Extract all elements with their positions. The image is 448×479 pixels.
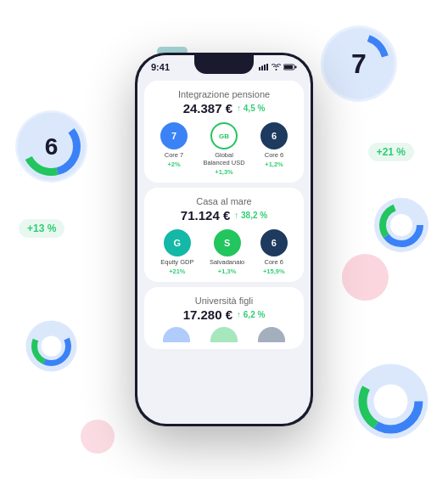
card-1-title: Integrazione pensione	[153, 89, 295, 99]
svg-rect-17	[259, 67, 260, 70]
card-1-amount: 24.387 € 4,5 %	[153, 101, 295, 116]
svg-rect-20	[266, 64, 268, 70]
fund-salvadanaio: S Salvadanaio +1,3%	[210, 229, 244, 275]
circle-7-label: 7	[351, 48, 367, 80]
fund-core6-card1: 6 Core 6 +1,2%	[260, 122, 288, 176]
donut-mid-right	[372, 195, 431, 258]
donut-bottom-right	[350, 361, 431, 445]
card-integrazione-pensione: Integrazione pensione 24.387 € 4,5 % 7 C…	[144, 81, 304, 183]
svg-rect-18	[261, 66, 263, 71]
badge-21-percent: +21 %	[368, 143, 414, 161]
fund-equity-gdp: G Equity GDP +21%	[160, 229, 193, 275]
fund-circle-equity: G	[164, 229, 191, 256]
svg-point-12	[374, 385, 408, 419]
fund-core6-card2: 6 Core 6 +15,9%	[260, 229, 288, 275]
fund-circle-core6-card1: 6	[260, 122, 288, 149]
badge-13-percent: +13 %	[19, 219, 64, 238]
svg-point-21	[276, 69, 277, 70]
card-universita-figli: Università figli 17.280 € 6,2 %	[144, 287, 304, 349]
svg-rect-24	[295, 66, 297, 69]
background-circle-7: 7	[321, 25, 397, 102]
card-3-funds-partial	[153, 327, 295, 342]
fund-circle-salvadanaio: S	[214, 229, 241, 256]
status-time: 9:41	[151, 62, 170, 72]
phone-content[interactable]: Integrazione pensione 24.387 € 4,5 % 7 C…	[137, 76, 311, 424]
svg-point-16	[390, 214, 412, 236]
circle-6-label: 6	[45, 133, 59, 161]
fund-global-balanced: GB Global Balanced USD +1,3%	[203, 122, 245, 176]
card-1-change: 4,5 %	[237, 104, 265, 113]
card-1-funds: 7 Core 7 +2% GB Global Balanced USD +1,3…	[153, 122, 295, 176]
fund-circle-gb: GB	[210, 122, 238, 149]
card-3-change: 6,2 %	[237, 310, 265, 319]
card-casa-al-mare: Casa al mare 71.124 € 38,2 % G Equity GD…	[144, 188, 304, 282]
card-2-funds: G Equity GDP +21% S Salvadanaio +1,3%	[153, 229, 295, 275]
card-2-amount: 71.124 € 38,2 %	[153, 208, 295, 223]
small-donut-bottom-left	[24, 318, 79, 377]
card-2-change: 38,2 %	[234, 211, 267, 220]
fund-circle-core7: 7	[160, 122, 188, 149]
phone-notch	[194, 55, 254, 74]
status-icons	[259, 64, 297, 70]
fund-circle-core6-card2: 6	[260, 229, 288, 256]
svg-rect-23	[284, 65, 293, 69]
svg-point-8	[42, 336, 62, 357]
fund-core7: 7 Core 7 +2%	[160, 122, 188, 176]
pink-blob-2	[81, 420, 115, 454]
card-3-amount: 17.280 € 6,2 %	[153, 307, 295, 322]
card-2-title: Casa al mare	[153, 196, 295, 206]
pink-blob-1	[342, 254, 389, 301]
background-circle-6: 6	[15, 110, 87, 183]
card-3-title: Università figli	[153, 296, 295, 306]
phone-mockup: 9:41 Integrazione pensione 24.387 € 4,5 …	[135, 53, 313, 426]
svg-rect-19	[264, 65, 266, 70]
